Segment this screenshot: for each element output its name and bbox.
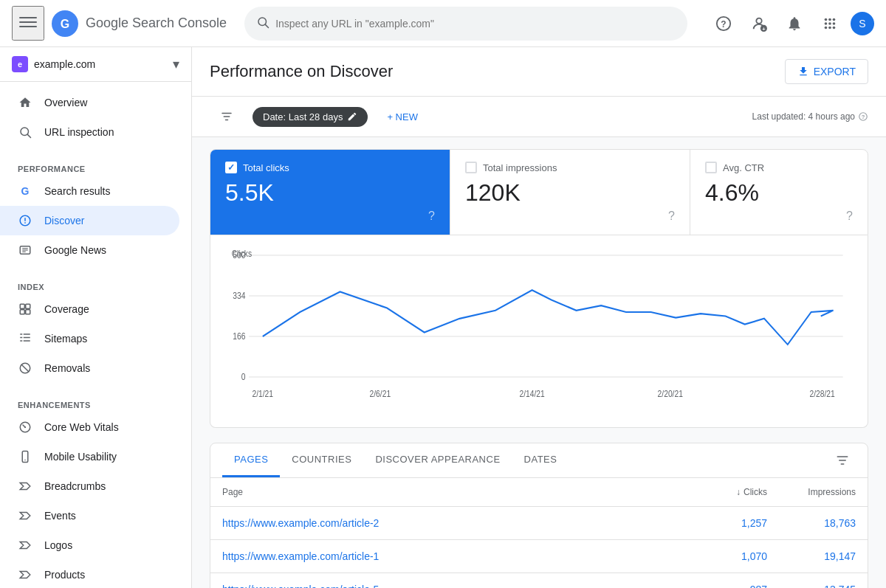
google-news-icon	[18, 243, 32, 257]
discover-icon	[18, 213, 32, 228]
tabs-section: PAGES COUNTRIES DISCOVER APPEARANCE DATE…	[210, 443, 868, 588]
sidebar-item-discover[interactable]: Discover	[0, 206, 179, 235]
tab-discover-appearance[interactable]: DISCOVER APPEARANCE	[363, 443, 512, 477]
svg-rect-28	[26, 304, 30, 308]
sidebar-item-events[interactable]: Events	[0, 501, 179, 530]
col-header-clicks[interactable]: ↓ Clicks	[679, 487, 767, 497]
search-bar[interactable]	[244, 7, 687, 41]
tab-dates[interactable]: DATES	[512, 443, 569, 477]
avatar[interactable]: S	[851, 12, 874, 35]
metric-total-impressions[interactable]: Total impressions 120K ?	[450, 150, 690, 235]
sidebar-item-removals[interactable]: Removals	[0, 353, 179, 383]
filter-icon-btn[interactable]	[210, 106, 244, 128]
performance-section-label: Performance	[0, 159, 191, 176]
sidebar-item-events-label: Events	[44, 510, 76, 522]
metric-help-impressions[interactable]: ?	[668, 210, 675, 223]
nav-section-index: Index Coverage Sitemaps Removals	[0, 271, 191, 389]
metric-checkbox-clicks: ✓	[225, 162, 237, 173]
col-header-page: Page	[222, 487, 679, 497]
tab-countries[interactable]: COUNTRIES	[280, 443, 363, 477]
table-container: Page ↓ Clicks Impressions https://www.ex…	[210, 478, 868, 588]
tab-pages[interactable]: PAGES	[222, 443, 280, 477]
search-input[interactable]	[275, 18, 676, 30]
col-header-impressions: Impressions	[767, 487, 856, 497]
metric-help-clicks[interactable]: ?	[428, 210, 435, 223]
sidebar-item-sitemaps-label: Sitemaps	[44, 333, 87, 345]
sidebar-item-google-news[interactable]: Google News	[0, 235, 179, 265]
svg-text:2/6/21: 2/6/21	[370, 390, 391, 399]
sidebar-item-breadcrumbs[interactable]: Breadcrumbs	[0, 471, 179, 501]
svg-text:2/28/21: 2/28/21	[809, 390, 834, 399]
cell-page-0[interactable]: https://www.example.com/article-2	[222, 517, 679, 529]
svg-rect-27	[20, 304, 24, 308]
cell-impressions-1: 19,147	[767, 550, 856, 562]
chart-container: 500 334 166 0 Clicks 2/1/21 2/6/21 2/14/…	[228, 247, 850, 409]
metric-avg-ctr-label: Avg. CTR	[723, 162, 764, 173]
coverage-icon	[18, 302, 32, 317]
svg-point-13	[828, 18, 831, 21]
svg-text:166: 166	[233, 332, 245, 342]
sidebar-item-search-results[interactable]: G Search results	[0, 176, 179, 206]
apps-icon[interactable]	[815, 9, 845, 38]
page-header: Performance on Discover EXPORT	[192, 47, 886, 97]
svg-point-9	[756, 18, 761, 23]
metric-avg-ctr[interactable]: Avg. CTR 4.6% ?	[690, 150, 868, 235]
removals-icon	[18, 361, 32, 376]
site-selector[interactable]: e example.com ▾	[0, 47, 191, 82]
svg-rect-30	[26, 310, 30, 314]
top-header: G Google Search Console ? + S	[0, 0, 886, 47]
sidebar-item-url-inspection[interactable]: URL inspection	[0, 117, 179, 147]
logos-icon	[18, 538, 32, 553]
svg-marker-39	[20, 542, 30, 549]
date-filter-button[interactable]: Date: Last 28 days	[253, 107, 368, 127]
metric-total-clicks-label: Total clicks	[243, 162, 289, 173]
table-filter-icon[interactable]	[829, 447, 856, 474]
notifications-icon[interactable]	[780, 9, 809, 38]
new-filter-button[interactable]: + NEW	[377, 107, 428, 127]
svg-marker-38	[20, 513, 30, 519]
phone-icon	[18, 449, 32, 464]
sort-down-icon: ↓	[736, 487, 741, 497]
sidebar-item-mobile-usability-label: Mobile Usability	[44, 451, 117, 463]
sidebar-item-logos[interactable]: Logos	[0, 530, 179, 560]
export-button[interactable]: EXPORT	[785, 59, 868, 84]
sidebar-item-products[interactable]: Products	[0, 560, 179, 588]
enhancements-section-label: Enhancements	[0, 395, 191, 412]
svg-rect-1	[19, 21, 37, 23]
main-content: Performance on Discover EXPORT Date: Las…	[192, 47, 886, 588]
metric-total-clicks[interactable]: ✓ Total clicks 5.5K ?	[210, 150, 450, 235]
svg-text:G: G	[61, 18, 69, 30]
svg-marker-37	[20, 483, 30, 490]
cell-clicks-0: 1,257	[679, 517, 767, 529]
app-logo: G Google Search Console	[50, 9, 227, 38]
site-favicon: e	[12, 56, 28, 72]
svg-line-22	[27, 134, 30, 137]
cell-page-2[interactable]: https://www.example.com/article-5	[222, 584, 679, 588]
cell-clicks-1: 1,070	[679, 550, 767, 562]
events-icon	[18, 508, 32, 523]
sidebar-item-google-news-label: Google News	[44, 244, 106, 256]
metric-help-ctr[interactable]: ?	[846, 210, 853, 223]
menu-icon[interactable]	[12, 6, 44, 41]
svg-point-36	[24, 460, 26, 461]
sidebar-item-overview[interactable]: Overview	[0, 88, 179, 117]
site-name: example.com	[34, 58, 167, 70]
sidebar-item-core-web-vitals-label: Core Web Vitals	[44, 421, 119, 433]
svg-text:Clicks: Clicks	[232, 249, 253, 258]
account-icon[interactable]: +	[744, 9, 774, 38]
sidebar-item-coverage[interactable]: Coverage	[0, 294, 179, 324]
home-icon	[18, 95, 32, 110]
sidebar-item-logos-label: Logos	[44, 539, 72, 551]
sidebar-item-overview-label: Overview	[44, 97, 87, 108]
svg-text:2/14/21: 2/14/21	[519, 390, 544, 399]
sitemaps-icon	[18, 331, 32, 346]
help-icon[interactable]: ?	[709, 9, 738, 38]
sidebar-item-sitemaps[interactable]: Sitemaps	[0, 324, 179, 353]
sidebar-item-core-web-vitals[interactable]: Core Web Vitals	[0, 412, 179, 442]
table-row: https://www.example.com/article-2 1,257 …	[210, 507, 868, 540]
sidebar-item-discover-label: Discover	[44, 215, 84, 226]
svg-rect-29	[20, 310, 24, 314]
cell-page-1[interactable]: https://www.example.com/article-1	[222, 550, 679, 562]
svg-point-18	[825, 26, 828, 29]
sidebar-item-mobile-usability[interactable]: Mobile Usability	[0, 442, 179, 471]
